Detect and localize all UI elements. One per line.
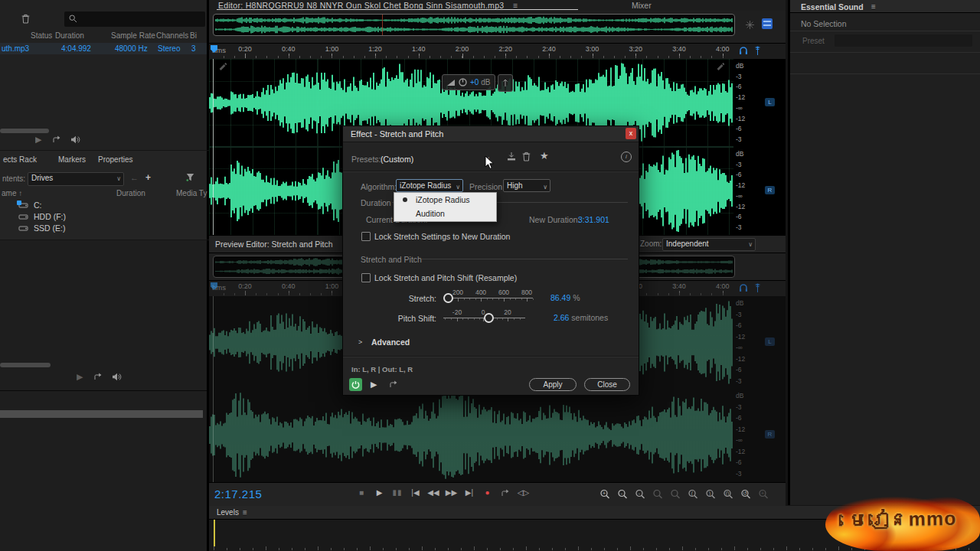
playhead-drag-button[interactable]: ◁▷ [515, 488, 532, 497]
column-header[interactable]: Duration [116, 189, 145, 197]
rewind-button[interactable]: ◀◀ [425, 488, 442, 497]
drive-row[interactable]: HDD (F:) [0, 211, 205, 223]
spot-healing-icon[interactable] [745, 20, 755, 30]
preset-field[interactable] [835, 34, 972, 47]
column-header[interactable]: Channels [156, 31, 188, 40]
back-arrow-icon[interactable]: ← [130, 173, 139, 182]
advanced-expander-icon[interactable]: > [358, 338, 362, 346]
delete-preset-icon[interactable] [522, 152, 531, 161]
lower-hscrollbar[interactable] [0, 363, 51, 367]
pin-marker-icon[interactable] [754, 283, 761, 293]
zoom-full-button[interactable] [670, 489, 681, 500]
gain-knob-icon[interactable] [459, 78, 467, 86]
new-duration-value[interactable]: 3:31.901 [578, 215, 609, 224]
right-channel-badge[interactable]: R [765, 186, 775, 194]
fast-forward-button[interactable]: ▶▶ [443, 488, 460, 497]
zoom-mode-dropdown[interactable]: Independent ∨ [662, 238, 756, 251]
preview-play-button[interactable]: ▶ [371, 380, 377, 390]
apply-button[interactable]: Apply [529, 378, 577, 391]
stretch-slider-handle[interactable] [443, 293, 453, 303]
reset-zoom-button[interactable]: ↺ [740, 489, 751, 500]
file-row[interactable]: uth.mp34:04.99248000 HzStereo3 [0, 43, 207, 54]
timeline-ruler[interactable]: hms 0:200:401:001:201:402:002:202:403:00… [209, 43, 786, 60]
stretch-slider-track[interactable]: 200400600800 [445, 298, 533, 298]
skip-end-button[interactable]: ▶| [461, 488, 478, 497]
close-button[interactable]: Close [584, 378, 630, 391]
column-header[interactable]: Status [31, 31, 52, 40]
advanced-label[interactable]: Advanced [371, 337, 410, 347]
zoom-amplitude-button[interactable]: + [758, 489, 769, 500]
column-header[interactable]: ame ↑ [2, 189, 22, 197]
gain-hud[interactable]: +0 dB [442, 74, 495, 90]
filter-icon[interactable] [186, 173, 194, 181]
dialog-titlebar[interactable]: Effect - Stretch and Pitch x [343, 126, 639, 142]
column-header[interactable]: Duration [55, 31, 84, 40]
zoom-out-time-button[interactable]: - [617, 489, 628, 500]
preview-playhead-line[interactable] [213, 296, 214, 482]
lower-loop-icon[interactable] [93, 373, 103, 381]
contents-dropdown[interactable]: Drives ∨ [28, 172, 124, 186]
search-input[interactable] [64, 11, 205, 27]
headphones-icon[interactable] [739, 283, 748, 292]
lower-speaker-icon[interactable] [112, 373, 122, 381]
loop-preview-icon[interactable] [389, 380, 399, 389]
pause-button[interactable]: ▮▮ [389, 488, 406, 497]
lock-duration-label[interactable]: Lock Stretch Settings to New Duration [374, 232, 510, 241]
hud-gain-value[interactable]: +0 [470, 78, 479, 86]
drive-row[interactable]: SSD (E:) [0, 223, 205, 234]
stop-button[interactable]: ■ [353, 488, 370, 497]
panel-tab-ects-rack[interactable]: ects Rack [3, 155, 37, 164]
info-icon[interactable]: i [621, 152, 632, 162]
play-button[interactable]: ▶ [371, 488, 388, 497]
pitch-shift-value[interactable]: 2.66 semitones [554, 313, 608, 322]
panel-tab-properties[interactable]: Properties [98, 155, 133, 164]
panel-tab-markers[interactable]: Markers [58, 155, 86, 164]
algorithm-dropdown[interactable]: iZotope Radius ∨ [396, 179, 463, 192]
overview-waveform-strip[interactable] [213, 14, 735, 36]
trash-icon[interactable] [21, 14, 30, 24]
menu-item-audition[interactable]: Audition [394, 207, 496, 220]
loop-button[interactable] [497, 488, 514, 497]
zoom-selection-button[interactable]: - [635, 489, 645, 500]
column-header[interactable]: Sample Rate [111, 31, 155, 40]
skip-start-button[interactable]: |◀ [407, 488, 424, 497]
files-column-headers[interactable]: StatusDurationSample RateChannelsBi [0, 31, 207, 42]
effect-power-toggle[interactable] [349, 378, 362, 391]
add-icon[interactable]: + [145, 172, 151, 183]
pitch-slider-handle[interactable] [484, 313, 494, 323]
favorite-star-icon[interactable]: ★ [540, 150, 549, 161]
zoom-selection-width-button[interactable]: () [723, 489, 733, 500]
headphones-icon[interactable] [739, 46, 748, 55]
lower-play-button[interactable]: ▶ [77, 372, 83, 382]
playhead-line[interactable] [213, 59, 214, 235]
timecode[interactable]: 2:17.215 [214, 487, 262, 500]
tab-mixer[interactable]: Mixer [632, 1, 652, 10]
left-channel-badge[interactable]: L [765, 98, 775, 106]
precision-dropdown[interactable]: High ∨ [503, 179, 550, 192]
zoom-in-right-edge-button[interactable]: ) [705, 489, 716, 500]
files-hscrollbar[interactable] [0, 129, 49, 133]
dialog-close-button[interactable]: x [626, 128, 636, 139]
lock-resample-label[interactable]: Lock Stretch and Pitch Shift (Resample) [374, 273, 517, 282]
zoom-in-left-edge-button[interactable]: ( [688, 489, 698, 500]
column-header[interactable]: Media Ty [176, 189, 207, 197]
stretch-value[interactable]: 86.49 % [550, 293, 580, 302]
zoom-out-full-button[interactable] [652, 489, 663, 500]
edit-pencil-icon[interactable] [218, 63, 227, 71]
panel-menu-icon[interactable]: ≡ [243, 508, 247, 517]
waveform-view-icon[interactable] [762, 18, 773, 29]
pin-marker-icon[interactable] [754, 46, 761, 56]
column-header[interactable]: Bi [190, 31, 197, 40]
lock-resample-checkbox[interactable] [361, 273, 371, 282]
save-preset-icon[interactable] [507, 152, 516, 161]
browser-column-headers[interactable]: ame ↑DurationMedia Ty [0, 189, 207, 199]
edit-pencil-icon[interactable] [716, 63, 724, 71]
loop-playback-icon[interactable] [52, 135, 62, 144]
record-button[interactable]: ● [479, 488, 496, 497]
panel-menu-icon[interactable]: ≡ [871, 2, 876, 11]
preview-play-button[interactable]: ▶ [35, 135, 41, 145]
lock-duration-checkbox[interactable] [361, 232, 371, 241]
hud-pin-button[interactable] [498, 74, 513, 92]
presets-value[interactable]: (Custom) [381, 155, 413, 164]
menu-item-izotope-radius[interactable]: iZotope Radius [394, 193, 496, 207]
